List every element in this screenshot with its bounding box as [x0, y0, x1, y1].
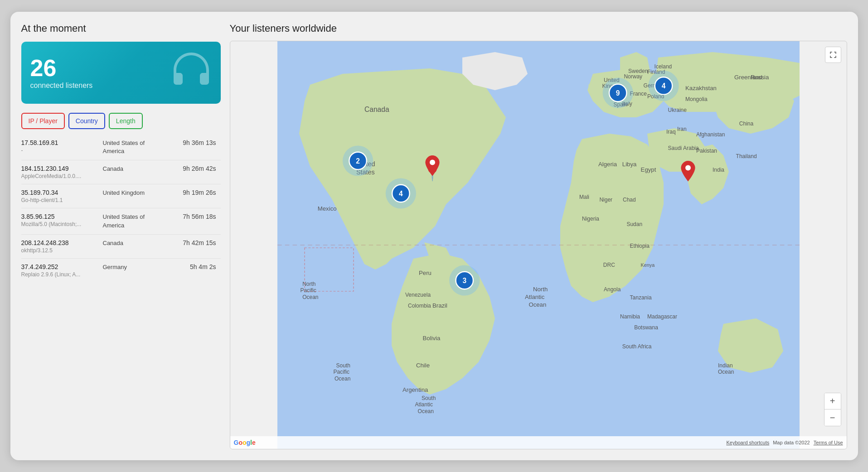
country-column: Germany	[103, 263, 166, 271]
svg-text:Thailand: Thailand	[736, 153, 756, 159]
svg-text:3: 3	[462, 277, 466, 284]
keyboard-shortcuts[interactable]: Keyboard shortcuts	[726, 440, 769, 445]
stats-card: 26 connected listeners	[21, 42, 221, 104]
table-row: 35.189.70.34Go-http-client/1.1United Kin…	[21, 184, 221, 208]
svg-text:Mali: Mali	[579, 194, 589, 200]
svg-text:Colombia: Colombia	[408, 303, 431, 309]
svg-text:China: China	[739, 120, 753, 127]
table-row: 184.151.230.149AppleCoreMedia/1.0.0....C…	[21, 160, 221, 184]
svg-text:Pakistan: Pakistan	[696, 148, 717, 154]
svg-text:Chad: Chad	[623, 197, 636, 203]
country-header[interactable]: Country	[68, 113, 105, 129]
country-column: United States of America	[103, 213, 166, 229]
svg-text:Ocean: Ocean	[335, 376, 350, 382]
country-column: United States of America	[103, 139, 166, 155]
zoom-in-button[interactable]: +	[824, 393, 841, 409]
terms-of-use[interactable]: Terms of Use	[814, 440, 843, 445]
svg-text:Ethiopia: Ethiopia	[630, 243, 650, 249]
length-column: 9h 26m 42s	[166, 165, 221, 172]
map-title: Your listeners worldwide	[230, 23, 847, 34]
table-row: 17.58.169.81-United States of America9h …	[21, 135, 221, 160]
svg-text:Algeria: Algeria	[598, 161, 617, 168]
svg-text:South: South	[422, 395, 436, 401]
svg-text:Kenya: Kenya	[640, 262, 655, 268]
svg-text:Argentina: Argentina	[402, 386, 428, 393]
svg-text:9: 9	[616, 89, 620, 97]
ip-player-header[interactable]: IP / Player	[21, 113, 65, 129]
length-column: 7h 56m 18s	[166, 213, 221, 220]
svg-text:Pacific: Pacific	[300, 287, 316, 294]
ip-column: 3.85.96.125Mozilla/5.0 (Macintosh;...	[21, 213, 103, 227]
svg-text:Atlantic: Atlantic	[415, 401, 432, 408]
svg-text:Atlantic: Atlantic	[525, 294, 545, 300]
ip-address: 35.189.70.34	[21, 189, 103, 196]
zoom-out-button[interactable]: −	[824, 409, 841, 426]
ip-column: 17.58.169.81-	[21, 139, 103, 154]
ip-address: 37.4.249.252	[21, 263, 103, 270]
svg-text:Niger: Niger	[599, 197, 612, 203]
map-fullscreen-button[interactable]	[825, 47, 841, 63]
map-zoom-controls: + −	[824, 393, 841, 426]
player-info: -	[21, 147, 103, 154]
headphones-icon	[171, 52, 212, 94]
map-footer-right: Keyboard shortcuts Map data ©2022 Terms …	[726, 440, 843, 445]
svg-text:Ocean: Ocean	[417, 408, 433, 414]
svg-text:Chile: Chile	[416, 362, 430, 369]
listener-count: 26	[30, 56, 93, 80]
ip-address: 17.58.169.81	[21, 139, 103, 146]
svg-text:2: 2	[356, 157, 360, 165]
table-row: 3.85.96.125Mozilla/5.0 (Macintosh;...Uni…	[21, 208, 221, 234]
player-info: AppleCoreMedia/1.0.0....	[21, 173, 103, 179]
svg-text:Nigeria: Nigeria	[582, 216, 599, 222]
svg-text:Mongolia: Mongolia	[685, 96, 708, 102]
ip-address: 184.151.230.149	[21, 165, 103, 172]
svg-text:North: North	[533, 286, 548, 293]
svg-text:Brazil: Brazil	[432, 302, 447, 309]
svg-text:Bolivia: Bolivia	[422, 335, 441, 342]
svg-text:Egypt: Egypt	[640, 166, 656, 173]
svg-point-79	[430, 160, 435, 165]
ip-column: 37.4.249.252Replaio 2.9.6 (Linux; A...	[21, 263, 103, 278]
left-panel: At the moment 26 connected listeners IP …	[21, 23, 221, 449]
length-column: 9h 36m 13s	[166, 139, 221, 146]
google-logo: Google	[234, 439, 256, 446]
ip-address: 208.124.248.238	[21, 239, 103, 246]
length-column: 5h 4m 2s	[166, 263, 221, 270]
length-column: 7h 42m 15s	[166, 239, 221, 246]
svg-point-89	[685, 165, 691, 171]
player-info: Mozilla/5.0 (Macintosh;...	[21, 221, 103, 227]
svg-text:4: 4	[661, 82, 665, 90]
map-wrapper: Canada United States Greenland Brazil Bo…	[230, 41, 847, 449]
main-container: At the moment 26 connected listeners IP …	[10, 12, 858, 460]
map-footer: Google Keyboard shortcuts Map data ©2022…	[230, 436, 847, 449]
table-row: 208.124.248.238okhttp/3.12.5Canada7h 42m…	[21, 235, 221, 259]
svg-text:Peru: Peru	[419, 270, 432, 276]
length-header[interactable]: Length	[109, 113, 143, 129]
svg-text:Norway: Norway	[624, 73, 642, 80]
svg-text:Saudi Arabia: Saudi Arabia	[668, 145, 698, 151]
fullscreen-icon	[829, 51, 837, 59]
ip-column: 35.189.70.34Go-http-client/1.1	[21, 189, 103, 203]
ip-column: 184.151.230.149AppleCoreMedia/1.0.0....	[21, 165, 103, 179]
player-info: Replaio 2.9.6 (Linux; A...	[21, 271, 103, 278]
svg-text:Ocean: Ocean	[302, 294, 318, 300]
svg-text:4: 4	[399, 190, 403, 197]
svg-text:Kazakhstan: Kazakhstan	[685, 85, 717, 92]
right-panel: Your listeners worldwide	[230, 23, 847, 449]
length-column: 9h 19m 26s	[166, 189, 221, 196]
column-headers: IP / Player Country Length	[21, 113, 221, 129]
country-column: Canada	[103, 239, 166, 247]
svg-text:South: South	[336, 362, 350, 369]
svg-text:Iran: Iran	[677, 126, 687, 132]
ip-column: 208.124.248.238okhttp/3.12.5	[21, 239, 103, 254]
svg-text:South Africa: South Africa	[622, 343, 651, 350]
svg-text:Iraq: Iraq	[666, 129, 676, 135]
table-row: 37.4.249.252Replaio 2.9.6 (Linux; A...Ge…	[21, 259, 221, 282]
svg-text:Angola: Angola	[604, 286, 621, 293]
svg-text:Libya: Libya	[622, 161, 636, 168]
map-svg: Canada United States Greenland Brazil Bo…	[230, 41, 847, 449]
player-info: okhttp/3.12.5	[21, 247, 103, 254]
svg-text:Pacific: Pacific	[333, 369, 349, 375]
svg-text:Venezuela: Venezuela	[405, 292, 431, 298]
svg-text:Botswana: Botswana	[634, 324, 658, 331]
